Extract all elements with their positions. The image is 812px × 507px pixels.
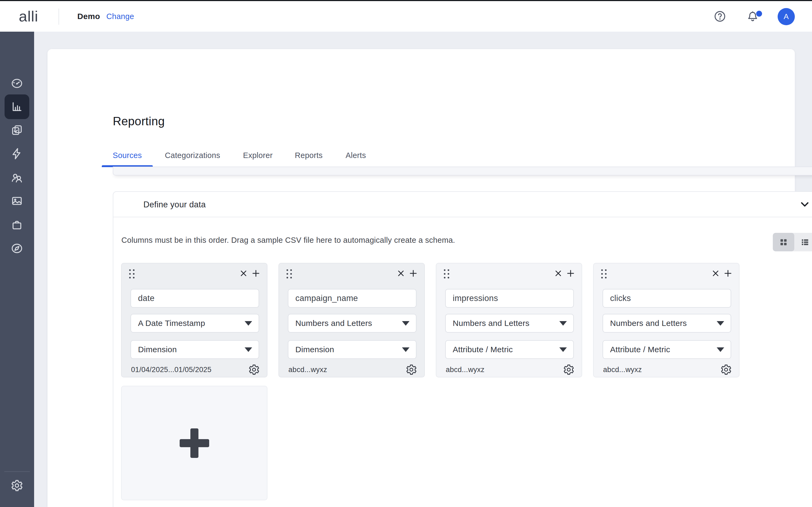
column-name-input[interactable]: [445, 289, 574, 308]
header-divider: [58, 9, 59, 25]
column-type-value: Numbers and Letters: [453, 319, 529, 328]
caret-down-icon: [402, 321, 409, 326]
caret-down-icon: [402, 347, 409, 352]
column-type-dropdown[interactable]: A Date Timestamp: [131, 314, 259, 333]
sidebar-item-reporting[interactable]: [5, 95, 29, 119]
image-icon: [10, 194, 23, 207]
tab-reports[interactable]: Reports: [295, 146, 323, 165]
schema-instruction: Columns must be in this order. Drag a sa…: [121, 232, 455, 248]
column-role-value: Dimension: [138, 345, 177, 354]
compass-icon: [10, 242, 23, 255]
remove-column-icon[interactable]: [711, 268, 721, 278]
view-toggle: [773, 233, 812, 251]
column-settings-gear-icon[interactable]: [405, 364, 417, 376]
sidebar-item-explore[interactable]: [5, 236, 29, 261]
caret-down-icon: [717, 347, 724, 352]
sidebar-item-audiences[interactable]: [5, 165, 29, 190]
sidebar-item-automations[interactable]: [5, 142, 29, 166]
caret-down-icon: [245, 321, 252, 326]
shopping-bag-icon: [10, 218, 23, 231]
clipboard-check-icon: [10, 124, 23, 136]
help-icon[interactable]: [713, 10, 726, 23]
page-title: Reporting: [113, 115, 165, 128]
column-settings-gear-icon[interactable]: [720, 364, 732, 376]
grid-icon: [779, 238, 788, 246]
top-header: alli Demo Change A: [0, 1, 812, 32]
section-title: Define your data: [143, 192, 206, 217]
column-type-dropdown[interactable]: Numbers and Letters: [603, 314, 731, 333]
tab-sources[interactable]: Sources: [102, 146, 153, 165]
sample-values: abcd...wyxz: [446, 365, 485, 374]
notification-dot: [756, 11, 762, 17]
remove-column-icon[interactable]: [553, 268, 563, 278]
column-type-value: Numbers and Letters: [610, 319, 687, 328]
drag-handle-icon[interactable]: [287, 269, 292, 278]
column-settings-gear-icon[interactable]: [563, 364, 575, 376]
add-column-card[interactable]: [121, 386, 267, 500]
app-root: alli Demo Change A: [0, 0, 812, 507]
column-card-campaign-name: Numbers and Letters Dimension abcd...wyx…: [278, 263, 425, 378]
define-data-header[interactable]: Define your data: [113, 192, 812, 217]
caret-down-icon: [245, 347, 252, 352]
column-type-value: A Date Timestamp: [138, 319, 205, 328]
drag-handle-icon[interactable]: [444, 269, 449, 278]
chevron-down-icon[interactable]: [799, 198, 811, 211]
column-role-value: Attribute / Metric: [610, 345, 670, 354]
column-role-value: Attribute / Metric: [453, 345, 513, 354]
drag-handle-icon[interactable]: [601, 269, 607, 278]
tab-categorizations[interactable]: Categorizations: [165, 146, 220, 165]
column-type-value: Numbers and Letters: [295, 319, 372, 328]
define-data-section: Define your data Columns must be in this…: [113, 191, 812, 507]
sidebar-item-shopping[interactable]: [5, 213, 29, 237]
add-column-icon[interactable]: [723, 268, 733, 278]
column-role-dropdown[interactable]: Dimension: [288, 340, 416, 359]
column-role-dropdown[interactable]: Attribute / Metric: [603, 340, 731, 359]
column-role-dropdown[interactable]: Dimension: [131, 340, 259, 359]
column-type-dropdown[interactable]: Numbers and Letters: [445, 314, 574, 333]
scrolled-card-edge: [113, 167, 812, 175]
column-settings-gear-icon[interactable]: [248, 364, 260, 376]
users-icon: [10, 171, 23, 184]
column-role-dropdown[interactable]: Attribute / Metric: [445, 340, 574, 359]
bar-chart-icon: [10, 100, 23, 113]
sidebar-item-settings[interactable]: [5, 473, 29, 498]
sample-values: abcd...wyxz: [603, 365, 642, 374]
column-type-dropdown[interactable]: Numbers and Letters: [288, 314, 416, 333]
sidebar-divider: [4, 471, 30, 472]
reporting-card: Reporting Sources Categorizations Explor…: [48, 49, 795, 507]
add-column-icon[interactable]: [408, 268, 418, 278]
sample-values: abcd...wyxz: [288, 365, 327, 374]
speedometer-icon: [10, 77, 23, 90]
remove-column-icon[interactable]: [396, 268, 406, 278]
change-workspace-link[interactable]: Change: [106, 1, 134, 32]
plus-icon: [180, 429, 209, 458]
remove-column-icon[interactable]: [239, 268, 249, 278]
workspace-name: Demo: [77, 1, 100, 32]
kebab-menu-icon[interactable]: [810, 115, 812, 131]
drag-handle-icon[interactable]: [129, 269, 135, 278]
list-view-button[interactable]: [794, 233, 812, 251]
grid-view-button[interactable]: [773, 233, 794, 251]
column-name-input[interactable]: [131, 289, 259, 308]
sidebar-item-creative[interactable]: [5, 188, 29, 213]
caret-down-icon: [717, 321, 724, 326]
column-role-value: Dimension: [295, 345, 334, 354]
lightning-icon: [10, 147, 23, 160]
column-card-date: A Date Timestamp Dimension 01/04/2025...…: [121, 263, 267, 378]
tab-explorer[interactable]: Explorer: [243, 146, 272, 165]
sidebar-item-dashboard[interactable]: [5, 71, 29, 96]
column-name-input[interactable]: [288, 289, 416, 308]
tab-alerts[interactable]: Alerts: [346, 146, 366, 165]
list-icon: [801, 238, 809, 246]
alli-logo: alli: [19, 1, 38, 32]
add-column-icon[interactable]: [565, 268, 576, 278]
column-name-input[interactable]: [603, 289, 731, 308]
caret-down-icon: [559, 347, 567, 352]
caret-down-icon: [559, 321, 567, 326]
gear-icon: [10, 479, 23, 492]
sidebar-item-plans[interactable]: [5, 118, 29, 143]
sidebar: [0, 32, 34, 507]
add-column-icon[interactable]: [251, 268, 261, 278]
avatar[interactable]: A: [778, 8, 795, 25]
sample-values: 01/04/2025...01/05/2025: [131, 365, 212, 374]
